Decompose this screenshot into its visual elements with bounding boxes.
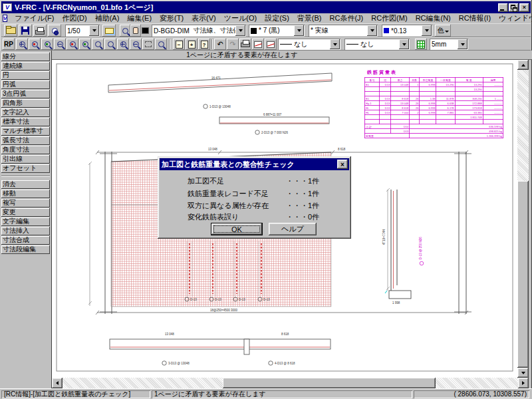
linetype-combo[interactable]: * 実線 bbox=[309, 25, 378, 37]
grid-size-combo[interactable]: 5mm bbox=[430, 39, 468, 50]
zoom-move-button[interactable] bbox=[79, 39, 91, 50]
tool-arc-dim[interactable]: 弧長寸法 bbox=[1, 136, 50, 145]
linewidth-dropdown-icon[interactable] bbox=[422, 25, 432, 36]
scale-combo[interactable]: 1/50 bbox=[65, 25, 100, 37]
zoom-plus-button[interactable] bbox=[117, 39, 129, 50]
minimize-button[interactable] bbox=[498, 3, 508, 12]
save-button[interactable] bbox=[19, 25, 32, 37]
menu-assist[interactable]: 補助(A) bbox=[91, 13, 124, 24]
tool-move[interactable]: 移動 bbox=[1, 190, 50, 198]
zoom-extents-button[interactable] bbox=[142, 39, 154, 50]
tool-angle-dim[interactable]: 角度寸法 bbox=[1, 146, 50, 154]
linetype-dropdown-icon[interactable] bbox=[367, 25, 377, 36]
scroll-down-button[interactable] bbox=[517, 368, 529, 378]
linewidth-combo[interactable]: *0.13 bbox=[382, 25, 432, 37]
grid-button[interactable] bbox=[415, 39, 427, 50]
table-row: Hy-1D1313 048266.9986.638172.888——— bbox=[365, 101, 503, 106]
pen-color-combo[interactable]: * 7 (黒) bbox=[249, 25, 305, 37]
menu-rc-info[interactable]: RC情報(I) bbox=[455, 13, 495, 24]
zoom-select-button[interactable] bbox=[155, 39, 167, 50]
memo-help-button[interactable]: ? bbox=[198, 39, 210, 50]
menu-rc-edit[interactable]: RC編集(N) bbox=[412, 13, 455, 24]
pen-dropdown-icon[interactable] bbox=[294, 25, 304, 36]
zoom-in-button[interactable] bbox=[16, 39, 28, 50]
menu-rc-condition[interactable]: RC条件(J) bbox=[326, 13, 368, 24]
scale-dropdown-icon[interactable] bbox=[89, 25, 99, 36]
tool-rectangle[interactable]: 四角形 bbox=[1, 99, 50, 108]
tool-std-dim[interactable]: 標準寸法 bbox=[1, 118, 50, 126]
scroll-left-button[interactable] bbox=[52, 378, 63, 388]
tool-dim-insert[interactable]: 寸法挿入 bbox=[1, 227, 50, 235]
document-icon[interactable]: V bbox=[3, 15, 7, 22]
snap-combo-a[interactable]: なし bbox=[278, 39, 340, 50]
tool-circle[interactable]: 円 bbox=[1, 71, 50, 80]
tool-copy[interactable]: 複写 bbox=[1, 199, 50, 207]
redo-button[interactable]: ↷ bbox=[227, 39, 239, 50]
print-preview-button[interactable] bbox=[48, 25, 61, 37]
tool-erase[interactable]: 消去 bbox=[1, 180, 50, 189]
vertical-scroll-thumb[interactable] bbox=[517, 181, 529, 368]
tool-arc[interactable]: 円弧 bbox=[1, 80, 50, 89]
dialog-title-bar[interactable]: 加工図と鉄筋重量表との整合性チェック × bbox=[160, 158, 349, 170]
tool-modify[interactable]: 変更 bbox=[1, 208, 50, 217]
zoom-out-button[interactable] bbox=[54, 39, 66, 50]
menu-window[interactable]: ウィンドウ(W) bbox=[495, 13, 532, 24]
dialog-close-button[interactable]: × bbox=[337, 160, 348, 169]
menu-tools[interactable]: ツール(O) bbox=[220, 13, 261, 24]
tool-line[interactable]: 線分 bbox=[1, 53, 50, 61]
dim-edit-b-button[interactable] bbox=[265, 39, 277, 50]
menu-rc-draw[interactable]: RC作図(M) bbox=[367, 13, 411, 24]
print-button[interactable] bbox=[33, 25, 47, 37]
menu-background[interactable]: 背景(B) bbox=[293, 13, 326, 24]
scroll-right-button[interactable] bbox=[518, 378, 529, 388]
tool-dim-row-edit[interactable]: 寸法段編集 bbox=[1, 245, 50, 254]
tool-leader[interactable]: 引出線 bbox=[1, 155, 50, 164]
color-button[interactable]: 色 bbox=[435, 25, 451, 37]
rp-button[interactable]: RP bbox=[3, 39, 15, 50]
scroll-up-button[interactable] bbox=[517, 60, 529, 70]
close-button[interactable]: × bbox=[519, 3, 529, 12]
tool-3pt-arc[interactable]: 3点円弧 bbox=[1, 90, 50, 98]
tool-text[interactable]: 文字記入 bbox=[1, 108, 50, 117]
dim-edit-a-button[interactable] bbox=[252, 39, 264, 50]
layer-search-button[interactable] bbox=[120, 25, 130, 37]
zoom-window-button[interactable] bbox=[29, 39, 41, 50]
layer-pick-button[interactable] bbox=[130, 25, 141, 37]
tool-offset[interactable]: オフセット bbox=[1, 164, 50, 173]
tool-dim-merge[interactable]: 寸法合成 bbox=[1, 236, 50, 245]
title-bar[interactable]: V V-FRC - [V-FRCNyumon_01.bfo 1ページ] × bbox=[1, 1, 531, 13]
ok-button[interactable]: OK bbox=[211, 223, 263, 235]
plot-button[interactable] bbox=[239, 39, 251, 50]
memo-collapse-button[interactable]: − bbox=[173, 39, 185, 50]
horizontal-scrollbar[interactable] bbox=[52, 378, 529, 388]
menu-edit[interactable]: 編集(E) bbox=[123, 13, 156, 24]
layer-palette-button[interactable] bbox=[102, 25, 116, 37]
horizontal-scroll-thumb[interactable] bbox=[223, 378, 436, 388]
tool-polyline[interactable]: 連続線 bbox=[1, 62, 50, 70]
snap-a-dropdown-icon[interactable] bbox=[330, 39, 340, 49]
zoom-prev-button[interactable] bbox=[66, 39, 78, 50]
snap-combo-b[interactable]: なし bbox=[344, 39, 410, 50]
vertical-scrollbar[interactable] bbox=[517, 60, 529, 378]
help-button[interactable]: ヘルプ bbox=[269, 223, 317, 235]
menu-transform[interactable]: 変形(T) bbox=[156, 13, 188, 24]
zoom-user1-button[interactable] bbox=[92, 39, 104, 50]
layer-dropdown-icon[interactable] bbox=[235, 25, 245, 36]
grid-dropdown-icon[interactable] bbox=[458, 39, 467, 49]
open-file-button[interactable] bbox=[4, 25, 17, 37]
snap-b-dropdown-icon[interactable] bbox=[399, 39, 409, 49]
undo-button[interactable]: ↶ bbox=[214, 39, 226, 50]
tool-text-edit[interactable]: 文字編集 bbox=[1, 217, 50, 226]
menu-settings[interactable]: 設定(S) bbox=[261, 13, 293, 24]
layer-combo[interactable]: D-BGD-DIM 寸法線、寸法値 bbox=[152, 25, 246, 37]
restore-button[interactable] bbox=[509, 3, 519, 12]
zoom-pan-button[interactable] bbox=[41, 39, 53, 50]
zoom-minus-button[interactable] bbox=[130, 39, 142, 50]
menu-view[interactable]: 表示(V) bbox=[188, 13, 220, 24]
zoom-user2-button[interactable] bbox=[104, 39, 116, 50]
menu-file[interactable]: ファイル(F) bbox=[11, 13, 58, 24]
drawing-area[interactable]: 16 471 1-D13 @ 13048 6 887=11 007 2-D13 … bbox=[52, 60, 517, 378]
memo-expand-button[interactable]: + bbox=[186, 39, 198, 50]
tool-multi-dim[interactable]: マルチ標準寸 bbox=[1, 127, 50, 136]
menu-draw[interactable]: 作図(D) bbox=[58, 13, 90, 24]
